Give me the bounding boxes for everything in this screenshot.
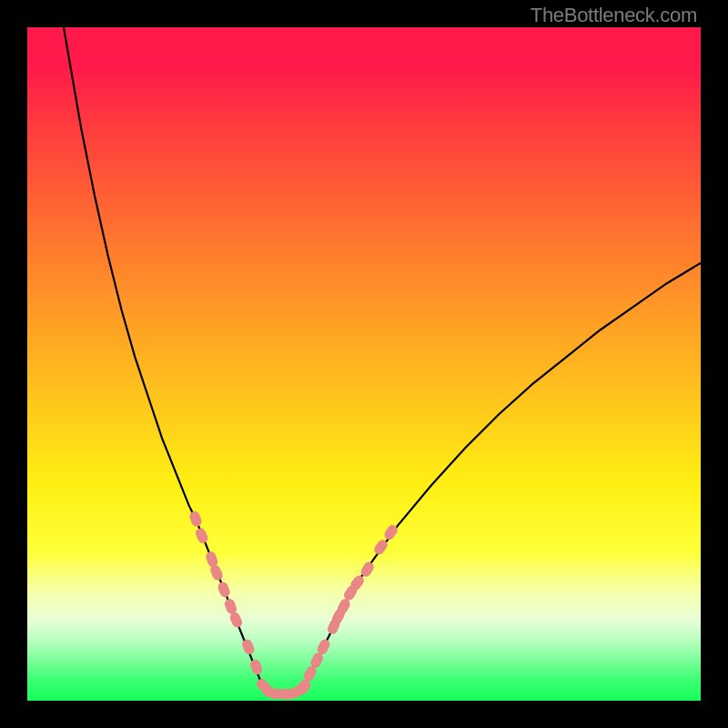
- curve-layer: [27, 27, 701, 701]
- chart-frame: TheBottleneck.com: [0, 0, 728, 728]
- marker-point: [240, 638, 256, 656]
- marker-point: [194, 527, 209, 545]
- curve-left-curve: [64, 27, 263, 687]
- marker-point: [188, 510, 203, 528]
- curve-right-curve: [303, 263, 701, 687]
- marker-point: [248, 658, 263, 676]
- attribution-label: TheBottleneck.com: [531, 4, 697, 27]
- marker-point: [217, 581, 232, 599]
- plot-area: [27, 27, 701, 701]
